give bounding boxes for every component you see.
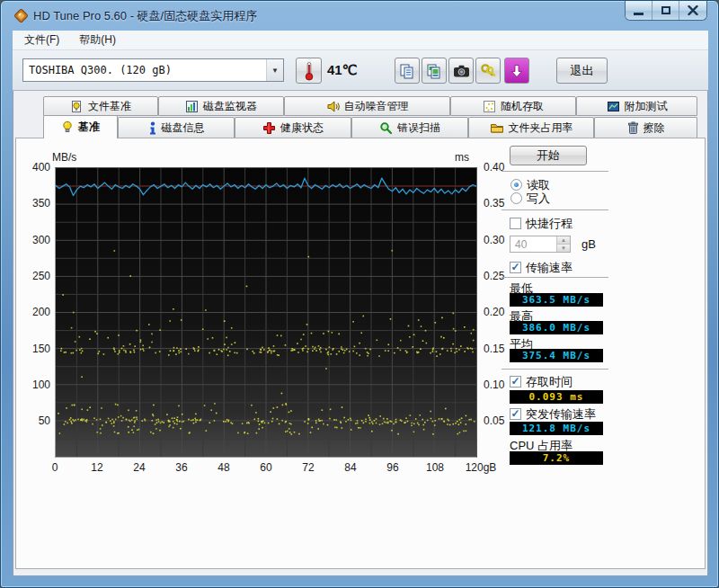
burst-rate-checkbox[interactable] [510,408,521,420]
tab-health[interactable]: 健康状态 [235,117,351,138]
short-stroke-label[interactable]: 快捷行程 [526,216,573,232]
menu-bar: 文件(F) 帮助(H) [13,31,708,50]
drive-select-value: TOSHIBA Q300. (120 gB) [23,64,266,76]
tab-erase[interactable]: 擦除 [594,117,697,138]
minimize-button[interactable] [626,1,652,20]
y-tick: 250 [20,270,50,282]
temperature-value: 41℃ [327,62,358,78]
disk-monitor-icon [185,100,199,113]
tab-benchmark[interactable]: 基准 [43,115,118,138]
burst-rate-label[interactable]: 突发传输速率 [526,406,596,423]
options-button[interactable] [475,58,501,84]
file-benchmark-icon [70,100,84,113]
window-controls [625,1,707,21]
x-tick: 84 [331,461,370,474]
y-tick: 50 [20,414,50,427]
minimize-icon [634,13,644,15]
min-value: 363.5 MB/s [510,293,603,307]
tab-disk-monitor[interactable]: 磁盘监视器 [158,96,284,116]
screenshot-icon [453,64,470,78]
stroke-unit-label: gB [581,237,596,251]
tab-extra-tests[interactable]: 附加测试 [576,96,697,116]
tab-label: 磁盘监视器 [203,99,257,114]
save-results-button[interactable] [504,58,529,84]
access-time-value: 0.093 ms [510,390,603,404]
x-tick: 60 [246,461,286,474]
drive-select[interactable]: TOSHIBA Q300. (120 gB) ▼ [22,58,284,82]
y-tick: 200 [20,306,50,318]
tab-aam[interactable]: 自动噪音管理 [284,96,450,116]
right-axis-title: ms [455,151,469,164]
chart-canvas [56,168,476,457]
thermometer-icon [304,61,315,81]
screenshot-button[interactable] [448,58,474,84]
x-tick: 108 [415,461,455,474]
maximize-button[interactable] [652,1,679,20]
exit-label: 退出 [571,63,594,79]
y-tick: 100 [20,379,50,391]
tab-disk-info[interactable]: 磁盘信息 [118,117,235,138]
short-stroke-checkbox[interactable] [510,218,521,229]
exit-button[interactable]: 退出 [556,58,608,84]
application-window: HD Tune Pro 5.60 - 硬盘/固态硬盘实用程序 文件(F) 帮助(… [0,0,719,588]
error-scan-icon [379,121,393,135]
x-tick: 12 [77,461,117,474]
close-button[interactable] [679,1,706,20]
copy-text-button[interactable] [395,58,420,84]
x-tick: 36 [162,461,201,474]
stepper-arrows[interactable]: ▲▼ [556,236,570,252]
temperature-button[interactable] [296,58,322,84]
divider [502,277,608,278]
x-tick: 72 [288,461,328,474]
tab-label: 自动噪音管理 [344,99,409,114]
tab-label: 擦除 [644,120,665,136]
tab-error-scan[interactable]: 错误扫描 [351,117,468,138]
tab-label: 随机存取 [501,99,544,114]
step-up-icon[interactable]: ▲ [557,236,570,245]
app-icon [13,8,29,23]
start-label: 开始 [537,147,560,164]
chevron-down-icon[interactable]: ▼ [266,59,283,81]
benchmark-chart [55,167,477,458]
transfer-rate-checkbox[interactable] [510,262,521,273]
access-time-label[interactable]: 存取时间 [526,374,573,390]
divider [502,209,608,210]
step-down-icon[interactable]: ▼ [557,245,570,252]
tab-label: 健康状态 [280,120,324,136]
maximize-icon [661,6,670,14]
write-radio[interactable] [510,192,522,204]
x-tick: 0 [35,461,75,474]
copy-image-button[interactable] [422,58,447,84]
access-time-checkbox[interactable] [510,376,521,388]
start-button[interactable]: 开始 [510,146,587,165]
benchmark-icon [61,120,74,134]
read-radio[interactable] [510,179,522,191]
x-tick: 24 [120,461,159,474]
title-bar[interactable]: HD Tune Pro 5.60 - 硬盘/固态硬盘实用程序 [1,1,719,31]
tab-label: 文件夹占用率 [509,120,573,136]
tab-label: 磁盘信息 [162,120,205,136]
y-tick: 350 [20,197,50,209]
write-label[interactable]: 写入 [527,191,550,207]
menu-file[interactable]: 文件(F) [16,30,67,50]
transfer-rate-label[interactable]: 传输速率 [526,260,573,276]
tab-label: 文件基准 [88,99,131,114]
avg-value: 375.4 MB/s [510,349,603,362]
menu-help[interactable]: 帮助(H) [71,30,124,50]
disk-info-icon [148,121,157,135]
tab-folder-usage[interactable]: 文件夹占用率 [468,117,594,138]
tab-label: 附加测试 [625,99,668,114]
copy-image-icon [426,63,442,79]
stroke-size-stepper[interactable]: 40 ▲▼ [510,236,571,253]
divider [502,171,608,172]
tab-label: 错误扫描 [397,120,440,136]
left-axis-title: MB/s [52,151,76,164]
stroke-size-value: 40 [510,236,556,252]
copy-text-icon [399,63,415,79]
aam-icon [326,100,340,113]
y-tick: 150 [20,343,50,355]
tab-file-benchmark[interactable]: 文件基准 [43,96,158,116]
tab-random-access[interactable]: 随机存取 [450,96,576,116]
random-access-icon [483,100,496,113]
folder-usage-icon [490,121,504,134]
